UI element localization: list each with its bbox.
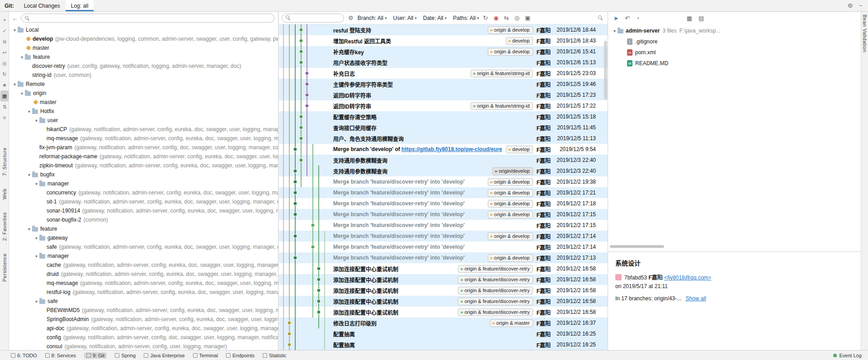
ref-chip[interactable]: »origin & develop — [488, 178, 533, 186]
commit-row[interactable]: Merge branch 'feature/discover-retry' in… — [279, 187, 608, 198]
ref-chip[interactable]: »origin & master — [490, 319, 533, 327]
structure-toolwindow[interactable]: 7: Structure — [2, 147, 7, 176]
branch-tree-row[interactable]: consul(gateway, notification, admin-serv… — [9, 342, 278, 350]
vertical-scrollbar[interactable] — [604, 41, 607, 99]
ref-chip[interactable]: »origin & develop — [488, 200, 533, 208]
ref-chip[interactable]: »origin/develop — [492, 167, 533, 175]
commit-row[interactable]: 增加Restful 返回工具类»developF嘉阳2019/12/6 18:4… — [279, 35, 608, 46]
rollback-icon[interactable]: ↶ — [625, 15, 630, 22]
tab-local-changes[interactable]: Local Changes — [19, 0, 66, 11]
commit-row[interactable]: 添加连接配置中心重试机制»origin & feature/discover-r… — [279, 263, 608, 274]
ref-chip[interactable]: »origin & develop — [488, 48, 533, 56]
branch-tree-row[interactable]: discover-retry(user, config, gateway, no… — [9, 62, 278, 71]
author-email-link[interactable]: <fjy8018@qq.com> — [664, 275, 711, 281]
commit-row[interactable]: 主键传参使用字符串类型F嘉阳2019/12/5 19:46 — [279, 79, 608, 90]
statusbar-endpoints[interactable]: Endpoints — [226, 352, 255, 359]
ref-chip[interactable]: »origin & develop — [488, 211, 533, 218]
persistence-toolwindow[interactable]: Persistence — [2, 253, 7, 282]
commit-row[interactable]: 添加连接配置中心重试机制»origin & feature/discover-r… — [279, 307, 608, 317]
ref-chip[interactable]: »origin & feature/discover-retry — [458, 287, 533, 294]
branch-tree-row[interactable]: master — [9, 98, 278, 107]
statusbar-6-todo[interactable]: 6: TODO — [11, 352, 37, 359]
branch-search-input[interactable] — [33, 15, 270, 21]
commit-row[interactable]: Merge branch 'feature/discover-retry' in… — [279, 209, 608, 220]
branch-tree-row[interactable]: ▾Remote — [9, 80, 278, 89]
ref-chip[interactable]: »origin & feature/discover-retry — [458, 298, 533, 305]
group-by-directory-icon[interactable]: ▦ — [687, 15, 692, 22]
branch-search-box[interactable] — [21, 14, 274, 23]
cherry-pick-icon[interactable]: ◉ — [493, 14, 498, 21]
statusbar-8-services[interactable]: 8: Services — [45, 352, 76, 359]
statusbar-spring[interactable]: Spring — [115, 352, 136, 359]
commit-row[interactable]: Merge branch 'feature/discover-retry' in… — [279, 242, 608, 252]
ref-chip[interactable]: »origin & develop — [488, 189, 533, 197]
commit-row[interactable]: Merge branch 'develop' of https://gitlab… — [279, 144, 608, 155]
commit-row[interactable]: 补充缓存key»origin & developF嘉阳2019/12/6 15:… — [279, 46, 608, 57]
branch-tree-row[interactable]: reformat-package-name(gateway, notificat… — [9, 152, 278, 161]
commit-check-icon[interactable]: ✓ — [0, 25, 9, 36]
preview-icon[interactable]: ◎ — [514, 14, 519, 21]
statusbar-statistic[interactable]: Statistic — [263, 352, 287, 359]
changed-files-root[interactable]: ▾ admin-server 3 files F:\java_worksp... — [608, 25, 861, 36]
log-search-box[interactable] — [282, 14, 344, 23]
statusbar-terminal[interactable]: Terminal — [193, 352, 218, 359]
branch-tree-row[interactable]: sonar-190914(gateway, notification, admi… — [9, 206, 278, 215]
web-toolwindow[interactable]: Web — [2, 189, 7, 199]
ref-chip[interactable]: »origin & feature/string-id — [471, 102, 533, 110]
history-icon[interactable]: ◔ — [636, 15, 640, 22]
branch-tree-row[interactable]: cache(gateway, notification, admin-serve… — [9, 261, 278, 270]
filter-icon[interactable]: ≡ — [0, 112, 9, 123]
ref-chip[interactable]: »origin & develop — [488, 26, 533, 34]
branch-tree-row[interactable]: ▾gateway — [9, 233, 278, 242]
commit-row[interactable]: 添加连接配置中心重试机制»origin & feature/discover-r… — [279, 285, 608, 296]
branch-tree-row[interactable]: sit-1(gateway, notification, admin-serve… — [9, 197, 278, 206]
branch-tree-row[interactable]: ▾user — [9, 116, 278, 125]
flatten-view-icon[interactable]: ▤ — [698, 15, 704, 22]
user-filter[interactable]: User: All▾ — [393, 15, 417, 21]
date-filter[interactable]: Date: All▾ — [423, 15, 447, 21]
commit-row[interactable]: 返回ID转字符串»origin & feature/string-idF嘉阳20… — [279, 100, 608, 111]
show-all-link[interactable]: Show all — [685, 295, 706, 302]
branch-tree-row[interactable]: config(gateway, notification, admin-serv… — [9, 333, 278, 342]
commit-row[interactable]: 支持通用参数模糊查询»origin/developF嘉阳2019/12/3 22… — [279, 166, 608, 176]
file-row[interactable]: i.gitignore — [608, 36, 861, 47]
commit-row[interactable]: 查询接口使用缓存F嘉阳2019/12/5 11:45 — [279, 122, 608, 133]
branch-tree-row[interactable]: mq-message(gateway, notification, admin-… — [9, 134, 278, 143]
search-everywhere-icon[interactable]: ◎ — [0, 58, 9, 69]
branch-tree-row[interactable]: concurrency(gateway, notification, admin… — [9, 188, 278, 197]
find-icon[interactable] — [598, 15, 603, 20]
statusbar-9-git[interactable]: 9: Git — [84, 352, 107, 359]
commit-row[interactable]: 修改日志打印级别»origin & masterF嘉阳2019/12/2 16:… — [279, 317, 608, 328]
refresh-icon[interactable]: ↻ — [0, 69, 9, 80]
rollback-icon[interactable]: ↩ — [0, 47, 9, 58]
commit-row[interactable]: 返回ID转字符串F嘉阳2019/12/5 17:23 — [279, 90, 608, 100]
bean-validation-toolwindow[interactable]: Bean Validation — [862, 14, 868, 52]
branch-filter[interactable]: Branch: All▾ — [358, 15, 387, 21]
refresh-icon[interactable]: ↻ — [483, 14, 488, 21]
delete-icon[interactable]: ⊖ — [0, 36, 9, 47]
paths-filter[interactable]: Paths: All▾ — [453, 15, 479, 21]
branch-tree-row[interactable]: master — [9, 43, 278, 52]
compare-icon[interactable]: ⇆ — [504, 14, 509, 21]
branch-tree-row[interactable]: ▾manager — [9, 251, 278, 261]
ref-chip[interactable]: »origin & develop — [488, 232, 533, 240]
branch-tree-row[interactable]: ▾feature — [9, 52, 278, 62]
branch-tree-row[interactable]: hikariCP(gateway, notification, admin-se… — [9, 125, 278, 134]
expand-collapse-icon[interactable]: ⇅ — [0, 101, 9, 112]
add-icon[interactable]: + — [0, 14, 9, 25]
ref-chip[interactable]: »origin & feature/string-id — [471, 70, 533, 77]
ref-chip[interactable]: »origin & feature/discover-retry — [458, 308, 533, 316]
file-row[interactable]: mpom.xml — [608, 47, 861, 58]
branch-tree-row[interactable]: ▾manager — [9, 179, 278, 188]
hide-icon[interactable]: − — [859, 2, 863, 9]
commit-row[interactable]: 添加连接配置中心重试机制»origin & feature/discover-r… — [279, 296, 608, 307]
ref-chip[interactable]: »origin & feature/discover-retry — [458, 265, 533, 273]
branch-tree-row[interactable]: ▾safe — [9, 297, 278, 306]
branch-tree-row[interactable]: zipkin-timeout(gateway, notification, ad… — [9, 161, 278, 170]
commit-row[interactable]: 配置抽离F嘉阳2019/12/2 16:25 — [279, 339, 608, 350]
branch-tree-row[interactable]: ▾Local — [9, 25, 278, 34]
ref-chip[interactable]: »develop — [506, 146, 533, 153]
commit-row[interactable]: Merge branch 'feature/discover-retry' in… — [279, 176, 608, 187]
commit-row[interactable]: 配置缓存清空策略F嘉阳2019/12/5 15:18 — [279, 111, 608, 122]
commit-row[interactable]: Merge branch 'feature/discover-retry' in… — [279, 220, 608, 231]
